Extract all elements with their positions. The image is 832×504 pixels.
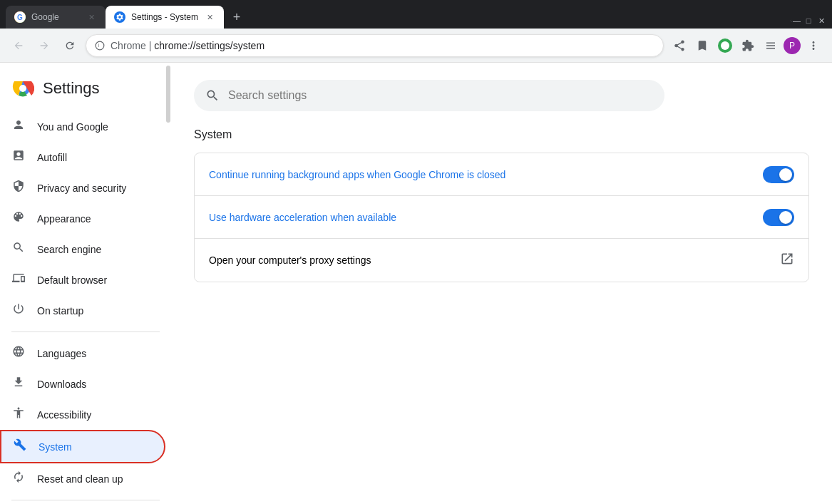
sidebar-item-default-browser[interactable]: Default browser xyxy=(0,264,165,295)
sidebar-label-accessibility: Accessibility xyxy=(37,409,91,421)
hardware-acceleration-toggle[interactable] xyxy=(763,209,794,226)
back-button[interactable] xyxy=(9,36,29,56)
sidebar-item-system[interactable]: System xyxy=(0,430,165,463)
profile-avatar[interactable]: P xyxy=(784,37,801,54)
hardware-acceleration-link[interactable]: Use hardware acceleration when available xyxy=(209,212,396,223)
toggle-track-hardware[interactable] xyxy=(763,209,794,226)
sidebar-label-languages: Languages xyxy=(37,348,86,359)
url-path: chrome://settings/system xyxy=(154,40,265,51)
url-protocol: Chrome xyxy=(111,40,146,51)
tab-google-title: Google xyxy=(31,12,80,22)
sidebar-label-on-startup: On startup xyxy=(37,305,83,317)
content-area: System Continue running background apps … xyxy=(171,63,832,504)
sidebar-item-languages[interactable]: Languages xyxy=(0,338,165,369)
bookmark-icon[interactable] xyxy=(692,36,712,56)
sidebar-item-reset-clean[interactable]: Reset and clean up xyxy=(0,463,165,494)
settings-favicon xyxy=(114,11,125,23)
sidebar-label-reset-clean: Reset and clean up xyxy=(37,473,123,485)
window-controls: — □ ✕ xyxy=(785,16,832,26)
share-icon[interactable] xyxy=(669,36,689,56)
sidebar-title: Settings xyxy=(43,79,100,98)
url-display: Chrome | chrome://settings/system xyxy=(111,40,654,51)
tab-settings[interactable]: Settings - System ✕ xyxy=(106,6,224,29)
toggle-thumb-hardware xyxy=(779,211,792,224)
sidebar-label-downloads: Downloads xyxy=(37,379,86,390)
sidebar-divider-1 xyxy=(11,331,160,332)
toolbar-icons: P xyxy=(669,36,823,56)
sidebar-item-privacy-security[interactable]: Privacy and security xyxy=(0,173,165,203)
proxy-external-link-icon[interactable] xyxy=(780,252,794,269)
new-tab-button[interactable]: + xyxy=(227,7,247,27)
forward-button[interactable] xyxy=(34,36,54,56)
downloads-icon xyxy=(11,376,26,392)
tab-google-close[interactable]: ✕ xyxy=(86,11,97,23)
sidebar: Settings You and Google Autofill Privacy… xyxy=(0,63,171,504)
sidebar-label-system: System xyxy=(38,441,72,453)
svg-point-2 xyxy=(96,41,104,50)
toggle-thumb-background xyxy=(779,168,792,181)
chrome-logo-icon xyxy=(11,77,34,100)
svg-text:i: i xyxy=(98,43,99,48)
google-favicon: G xyxy=(14,11,26,23)
extension-icon-circles[interactable] xyxy=(715,36,735,56)
background-apps-text: Continue running background apps when Go… xyxy=(209,169,763,180)
tab-settings-title: Settings - System xyxy=(131,12,198,22)
reset-icon xyxy=(11,470,26,487)
section-title: System xyxy=(194,128,809,141)
setting-row-background-apps: Continue running background apps when Go… xyxy=(195,153,808,196)
search-engine-icon xyxy=(11,241,26,257)
search-bar[interactable] xyxy=(194,80,664,111)
accessibility-icon xyxy=(11,406,26,423)
minimize-button[interactable]: — xyxy=(791,16,801,26)
close-button[interactable]: ✕ xyxy=(816,16,826,26)
sidebar-header: Settings xyxy=(0,68,171,111)
sidebar-item-you-and-google[interactable]: You and Google xyxy=(0,111,165,142)
autofill-icon xyxy=(11,149,26,165)
tab-strip: G Google ✕ Settings - System ✕ + xyxy=(0,6,785,29)
setting-row-hardware-acceleration: Use hardware acceleration when available xyxy=(195,196,808,239)
shield-icon xyxy=(11,180,26,196)
person-icon xyxy=(11,118,26,135)
maximize-button[interactable]: □ xyxy=(803,16,813,26)
sidebar-label-default-browser: Default browser xyxy=(37,274,107,286)
sidebar-toggle-icon[interactable] xyxy=(761,36,781,56)
sidebar-divider-2 xyxy=(11,500,160,500)
puzzle-icon[interactable] xyxy=(738,36,758,56)
sidebar-item-appearance[interactable]: Appearance xyxy=(0,203,165,234)
system-icon xyxy=(13,438,27,455)
tab-settings-close[interactable]: ✕ xyxy=(204,11,215,23)
sidebar-scrollbar-track xyxy=(165,63,171,504)
svg-text:G: G xyxy=(17,14,23,21)
tab-google[interactable]: G Google ✕ xyxy=(6,6,106,29)
on-startup-icon xyxy=(11,302,26,319)
reload-button[interactable] xyxy=(60,36,80,56)
search-input[interactable] xyxy=(228,89,653,102)
sidebar-label-autofill: Autofill xyxy=(37,152,67,163)
title-bar: G Google ✕ Settings - System ✕ + — □ ✕ xyxy=(0,0,832,29)
hardware-acceleration-text: Use hardware acceleration when available xyxy=(209,212,763,223)
svg-point-6 xyxy=(19,85,26,92)
sidebar-label-you-and-google: You and Google xyxy=(37,121,108,133)
background-apps-toggle[interactable] xyxy=(763,166,794,183)
toggle-track-background[interactable] xyxy=(763,166,794,183)
default-browser-icon xyxy=(11,272,26,288)
setting-row-proxy[interactable]: Open your computer's proxy settings xyxy=(195,239,808,282)
address-bar: i Chrome | chrome://settings/system P xyxy=(0,29,832,63)
url-bar[interactable]: i Chrome | chrome://settings/system xyxy=(86,34,664,57)
sidebar-label-appearance: Appearance xyxy=(37,213,91,225)
sidebar-item-search-engine[interactable]: Search engine xyxy=(0,234,165,264)
appearance-icon xyxy=(11,210,26,227)
sidebar-item-autofill[interactable]: Autofill xyxy=(0,142,165,173)
main-layout: Settings You and Google Autofill Privacy… xyxy=(0,63,832,504)
languages-icon xyxy=(11,345,26,361)
chrome-menu-icon[interactable] xyxy=(803,36,823,56)
sidebar-label-search-engine: Search engine xyxy=(37,244,101,255)
search-icon xyxy=(205,88,220,103)
proxy-text: Open your computer's proxy settings xyxy=(209,254,780,266)
settings-card: Continue running background apps when Go… xyxy=(194,153,809,282)
background-apps-link[interactable]: Continue running background apps when Go… xyxy=(209,169,505,180)
sidebar-item-accessibility[interactable]: Accessibility xyxy=(0,399,165,430)
sidebar-item-downloads[interactable]: Downloads xyxy=(0,369,165,399)
sidebar-label-privacy: Privacy and security xyxy=(37,182,126,194)
sidebar-item-on-startup[interactable]: On startup xyxy=(0,295,165,326)
